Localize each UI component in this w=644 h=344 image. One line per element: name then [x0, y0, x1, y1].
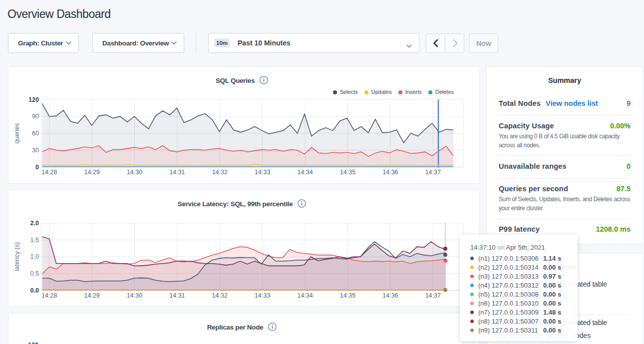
svg-text:14:29: 14:29 [84, 292, 99, 299]
svg-text:0.5: 0.5 [30, 270, 39, 277]
svg-text:14:34: 14:34 [297, 292, 313, 299]
svg-text:14:31: 14:31 [169, 169, 185, 176]
svg-text:90: 90 [32, 113, 39, 120]
svg-text:30: 30 [32, 147, 39, 154]
svg-text:14:32: 14:32 [212, 169, 228, 176]
svg-text:14:29: 14:29 [84, 169, 99, 176]
svg-text:14:37: 14:37 [425, 292, 441, 299]
svg-text:14:35: 14:35 [340, 292, 355, 299]
svg-text:14:32: 14:32 [212, 292, 228, 299]
svg-text:14:36: 14:36 [382, 169, 398, 176]
svg-text:1.0: 1.0 [30, 253, 39, 260]
svg-text:14:28: 14:28 [41, 292, 57, 299]
svg-text:latency (s): latency (s) [13, 242, 20, 271]
svg-text:queries: queries [13, 123, 20, 144]
svg-text:14:33: 14:33 [255, 292, 270, 299]
svg-text:2.0: 2.0 [30, 220, 39, 227]
svg-text:14:30: 14:30 [127, 292, 142, 299]
svg-text:60: 60 [32, 130, 39, 137]
svg-text:14:33: 14:33 [255, 169, 270, 176]
svg-text:14:30: 14:30 [127, 169, 142, 176]
svg-text:14:34: 14:34 [297, 169, 313, 176]
svg-text:0: 0 [35, 164, 39, 171]
svg-text:14:36: 14:36 [382, 292, 398, 299]
svg-text:14:35: 14:35 [340, 169, 355, 176]
svg-text:14:31: 14:31 [169, 292, 185, 299]
svg-text:1.5: 1.5 [30, 237, 39, 244]
svg-text:14:37: 14:37 [425, 169, 441, 176]
svg-text:0.0: 0.0 [30, 287, 39, 294]
svg-text:14:28: 14:28 [41, 169, 57, 176]
svg-text:120: 120 [28, 96, 39, 103]
